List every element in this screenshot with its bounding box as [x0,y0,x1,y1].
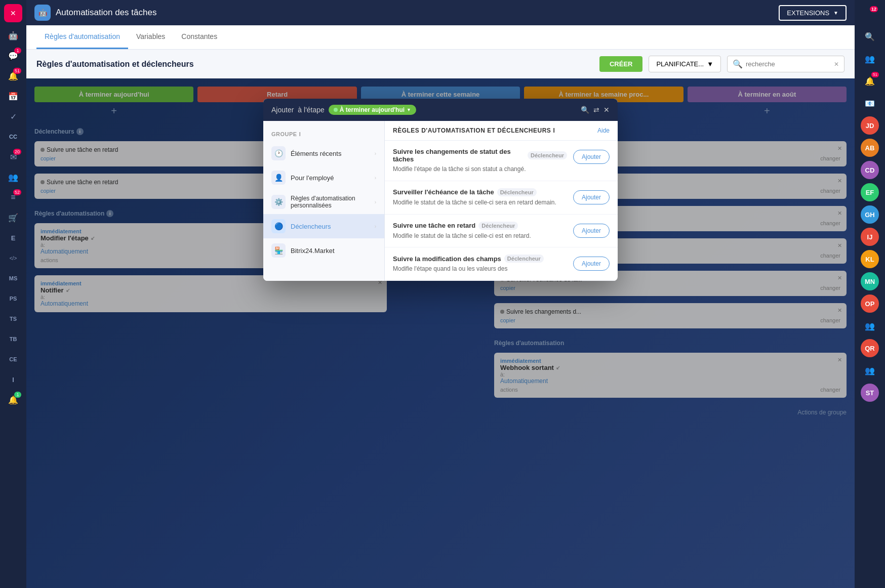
modal-sidebar-group-label: GROUPE i [263,127,384,141]
rs-avatar-2[interactable]: AB [861,139,879,157]
sidebar-icon-code[interactable]: </> [4,249,22,267]
rs-badge-count: 12 [870,6,878,12]
rs-search-icon[interactable]: 🔍 [860,26,880,47]
rs-avatar-4[interactable]: EF [861,183,879,201]
modal-filter-icon[interactable]: ⇄ [593,106,599,114]
rs-users3-icon[interactable]: 👥 [860,360,880,381]
rs-avatar-9[interactable]: OP [861,295,879,313]
custom-chevron-icon: › [375,199,376,205]
modal-sidebar-custom[interactable]: ⚙️ Règles d'automatisation personnalisée… [263,190,384,214]
rs-avatar-7[interactable]: KL [861,250,879,268]
add-rule-3-button[interactable]: Ajouter [573,224,610,238]
market-icon: 🏪 [271,243,286,258]
modal-at-stage: à l'étape [298,106,325,114]
sidebar-icon-ps[interactable]: PS [4,289,22,308]
rs-badge-icon: 12 [860,4,880,24]
sidebar-icon-ms[interactable]: MS [4,269,22,287]
modal-stage-badge: À terminer aujourd'hui ▼ [329,105,416,115]
rule-desc-3: Modifie le statut de la tâche si celle-c… [393,232,567,240]
sidebar-icon-cc[interactable]: CC [4,128,22,146]
sidebar-icon-tasks[interactable]: ✓ [4,107,22,125]
add-rule-4-button[interactable]: Ajouter [573,257,610,271]
rs-avatar-10[interactable]: QR [861,339,879,357]
rule-info-4: Suivre la modification des champs Déclen… [393,255,567,273]
app-header: 🤖 Automatisation des tâches EXTENSIONS ▼ [26,0,855,25]
modal-search-icon[interactable]: 🔍 [581,106,589,114]
rs-avatar-11[interactable]: ST [861,384,879,402]
tab-constants[interactable]: Constantes [173,25,225,49]
tabs-bar: Règles d'automatisation Variables Consta… [26,25,855,50]
sidebar-icon-chat[interactable]: 💬 1 [4,47,22,65]
search-clear-icon[interactable]: ✕ [834,61,839,68]
schedule-button[interactable]: PLANIFICATE... ▼ [649,56,721,72]
modal-main-header: RÈGLES D'AUTOMATISATION ET DÉCLENCHEURS … [385,121,618,141]
modal-rule-item-2: Surveiller l'échéance de la tâche Déclen… [385,181,618,215]
modal-close-icon[interactable]: ✕ [604,106,610,114]
employee-icon: 👤 [271,171,286,185]
add-rule-2-button[interactable]: Ajouter [573,190,610,204]
rule-info-1: Suivre les changements de statut des tâc… [393,148,567,174]
sidebar-icon-tb[interactable]: TB [4,330,22,348]
modal-rule-item-1: Suivre les changements de statut des tâc… [385,141,618,181]
modal-sidebar-triggers[interactable]: 🔵 Déclencheurs › [263,214,384,238]
tab-automation-rules[interactable]: Règles d'automatisation [36,25,128,49]
modal-section-info-icon[interactable]: i [553,127,555,134]
tab-variables[interactable]: Variables [128,25,173,49]
modal-rule-item-4: Suivre la modification des champs Déclen… [385,247,618,281]
rs-users2-icon[interactable]: 👥 [860,316,880,336]
left-sidebar: ✕ 🤖 💬 1 🔔 51 📅 ✓ CC ✉ 20 👥 ≡ 52 🛒 E </> … [0,0,26,588]
sidebar-icon-bot[interactable]: 🤖 [4,26,22,45]
modal-help-link[interactable]: Aide [597,127,610,134]
toolbar: Règles d'automatisation et déclencheurs … [26,50,855,78]
rule-desc-4: Modifie l'étape quand la ou les valeurs … [393,265,567,273]
sidebar-icon-notify[interactable]: 🔔 51 [4,67,22,85]
sidebar-icon-e[interactable]: E [4,229,22,247]
create-button[interactable]: CRÉER [599,56,643,72]
sidebar-icon-notify2[interactable]: 🔔 1 [4,391,22,409]
rs-mail-icon[interactable]: 📧 [860,93,880,113]
right-sidebar: 12 🔍 👥 🔔 51 📧 JD AB CD EF GH IJ KL MN OP… [855,0,885,588]
extensions-button[interactable]: EXTENSIONS ▼ [779,5,847,21]
rs-notify-icon[interactable]: 🔔 51 [860,71,880,91]
sidebar-icon-shop[interactable]: 🛒 [4,208,22,227]
modal-main: RÈGLES D'AUTOMATISATION ET DÉCLENCHEURS … [385,121,618,281]
app-icon: 🤖 [34,5,51,21]
modal-sidebar-employee[interactable]: 👤 Pour l'employé › [263,165,384,190]
schedule-arrow-icon: ▼ [707,60,713,68]
sidebar-icon-feed[interactable]: ≡ 52 [4,188,22,206]
add-rule-1-button[interactable]: Ajouter [573,150,610,164]
rule-info-2: Surveiller l'échéance de la tâche Déclen… [393,188,567,207]
rs-avatar-1[interactable]: JD [861,116,879,135]
rule-name-4: Suivre la modification des champs Déclen… [393,255,567,263]
modal-sidebar-recent[interactable]: 🕐 Éléments récents › [263,141,384,165]
rs-avatar-6[interactable]: IJ [861,228,879,246]
sidebar-icon-ce[interactable]: CE [4,350,22,368]
recent-chevron-icon: › [375,151,376,156]
rs-avatar-8[interactable]: MN [861,272,879,290]
stage-dropdown-icon: ▼ [407,107,411,112]
sidebar-icon-calendar[interactable]: 📅 [4,87,22,105]
search-box[interactable]: 🔍 ✕ [727,56,844,72]
rule-name-2: Surveiller l'échéance de la tâche Déclen… [393,188,567,196]
kanban-area: À terminer aujourd'hui + Retard + À term… [26,78,855,588]
sidebar-icon-mail[interactable]: ✉ 20 [4,148,22,166]
modal-section-title: RÈGLES D'AUTOMATISATION ET DÉCLENCHEURS … [393,127,555,134]
rule-name-1: Suivre les changements de statut des tâc… [393,148,567,163]
sidebar-icon-ts[interactable]: TS [4,310,22,328]
search-icon: 🔍 [733,59,743,69]
schedule-label: PLANIFICATE... [656,60,704,68]
rs-avatar-5[interactable]: GH [861,205,879,224]
triggers-chevron-icon: › [375,224,376,229]
rs-users-icon[interactable]: 👥 [860,49,880,69]
modal-group-info-icon[interactable]: i [299,131,301,137]
sidebar-icon-i[interactable]: I [4,370,22,389]
recent-icon: 🕐 [271,146,286,160]
sidebar-icon-contacts[interactable]: 👥 [4,168,22,186]
rs-avatar-3[interactable]: CD [861,161,879,179]
stage-dot-icon [334,108,338,112]
rule-type-4: Déclencheur [504,255,544,263]
search-input[interactable] [746,60,831,68]
modal-rule-item-3: Suivre une tâche en retard Déclencheur M… [385,215,618,248]
modal-sidebar-market[interactable]: 🏪 Bitrix24.Market [263,238,384,263]
close-button[interactable]: ✕ [4,4,22,22]
